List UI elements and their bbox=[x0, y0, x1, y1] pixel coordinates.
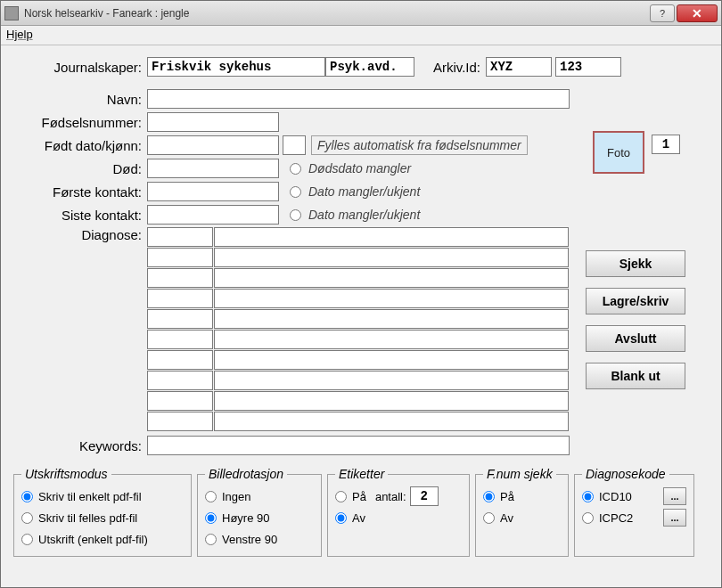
input-arkiv-code[interactable] bbox=[486, 57, 552, 77]
diag-text-9[interactable] bbox=[214, 391, 569, 411]
group-utskrift: Utskriftsmodus Skriv til enkelt pdf-fil … bbox=[13, 467, 192, 557]
input-journalskaper[interactable] bbox=[147, 57, 325, 77]
radio-siste-mangler[interactable] bbox=[290, 209, 301, 221]
window-title: Norsk helsearkiv - Faneark : jengle bbox=[24, 7, 648, 20]
foto-box[interactable]: Foto bbox=[593, 131, 644, 174]
diag-code-6[interactable] bbox=[147, 330, 213, 349]
input-navn[interactable] bbox=[147, 89, 570, 109]
label-fodt: Født dato/kjønn: bbox=[13, 138, 147, 153]
radio-dodsdato-mangler[interactable] bbox=[290, 163, 301, 175]
radio-rot-3[interactable] bbox=[205, 534, 217, 545]
label-journalskaper: Journalskaper: bbox=[13, 60, 147, 75]
help-button[interactable]: ? bbox=[650, 4, 675, 22]
diag-code-7[interactable] bbox=[147, 350, 213, 370]
menubar: Hjelp bbox=[1, 26, 721, 45]
input-kjonn[interactable] bbox=[283, 135, 306, 155]
more-icd10-button[interactable]: ... bbox=[663, 487, 686, 505]
label-siste: Siste kontakt: bbox=[13, 208, 147, 223]
input-dod[interactable] bbox=[147, 159, 279, 178]
blank-button[interactable]: Blank ut bbox=[586, 363, 685, 389]
radio-utskrift-3[interactable] bbox=[21, 534, 33, 545]
radio-rot-1[interactable] bbox=[205, 491, 217, 502]
diag-text-3[interactable] bbox=[214, 268, 569, 288]
lagre-button[interactable]: Lagre/skriv bbox=[586, 288, 685, 314]
label-dodsdato-mangler: Dødsdato mangler bbox=[308, 161, 411, 176]
group-etiketter: Etiketter På antall: Av bbox=[327, 467, 470, 557]
hint-fodt: Fylles automatisk fra fødselsnummer bbox=[311, 135, 528, 155]
legend-fnum: F.num sjekk bbox=[483, 467, 556, 481]
sjekk-button[interactable]: Sjekk bbox=[586, 250, 685, 277]
app-window: Norsk helsearkiv - Faneark : jengle ? ✕ … bbox=[0, 0, 722, 588]
avslutt-button[interactable]: Avslutt bbox=[586, 325, 685, 352]
diag-code-9[interactable] bbox=[147, 391, 213, 411]
diag-text-7[interactable] bbox=[214, 350, 569, 370]
input-siste[interactable] bbox=[147, 205, 279, 225]
group-fnum: F.num sjekk På Av bbox=[475, 467, 569, 557]
radio-utskrift-1[interactable] bbox=[21, 491, 33, 502]
radio-icpc2[interactable] bbox=[582, 512, 594, 524]
diag-text-1[interactable] bbox=[214, 227, 569, 247]
diag-code-4[interactable] bbox=[147, 289, 213, 308]
app-icon bbox=[4, 6, 19, 20]
label-navn: Navn: bbox=[13, 92, 147, 107]
input-keywords[interactable] bbox=[147, 436, 570, 455]
diag-text-10[interactable] bbox=[214, 412, 569, 431]
diag-code-10[interactable] bbox=[147, 412, 213, 431]
input-avdeling[interactable] bbox=[325, 57, 414, 77]
legend-rotasjon: Billedrotasjon bbox=[205, 467, 287, 481]
label-forste: Første kontakt: bbox=[13, 184, 147, 200]
label-fodselsnummer: Fødselsnummer: bbox=[13, 115, 147, 130]
legend-diagkode: Diagnosekode bbox=[582, 467, 669, 481]
diag-text-2[interactable] bbox=[214, 248, 569, 267]
input-fodt-dato[interactable] bbox=[147, 135, 279, 155]
input-fodselsnummer[interactable] bbox=[147, 112, 279, 132]
radio-rot-2[interactable] bbox=[205, 512, 217, 524]
diag-code-3[interactable] bbox=[147, 268, 213, 288]
legend-utskrift: Utskriftsmodus bbox=[21, 467, 111, 481]
diag-code-8[interactable] bbox=[147, 371, 213, 390]
input-foto-count[interactable] bbox=[652, 135, 680, 154]
radio-etikett-off[interactable] bbox=[335, 512, 347, 524]
diag-code-2[interactable] bbox=[147, 248, 213, 267]
radio-icd10[interactable] bbox=[582, 491, 594, 502]
diag-code-1[interactable] bbox=[147, 227, 213, 247]
diag-text-6[interactable] bbox=[214, 330, 569, 349]
label-keywords: Keywords: bbox=[13, 438, 147, 453]
more-icpc2-button[interactable]: ... bbox=[663, 509, 686, 527]
diag-text-8[interactable] bbox=[214, 371, 569, 390]
legend-etiketter: Etiketter bbox=[335, 467, 388, 481]
label-arkivid: Arkiv.Id: bbox=[414, 60, 486, 75]
group-rotasjon: Billedrotasjon Ingen Høyre 90 Venstre 90 bbox=[197, 467, 322, 557]
radio-utskrift-2[interactable] bbox=[21, 512, 33, 524]
close-button[interactable]: ✕ bbox=[677, 4, 718, 22]
menu-help[interactable]: Hjelp bbox=[6, 28, 33, 41]
diagnose-grid bbox=[147, 227, 569, 431]
diag-code-5[interactable] bbox=[147, 309, 213, 329]
radio-forste-mangler[interactable] bbox=[290, 186, 301, 198]
diag-text-5[interactable] bbox=[214, 309, 569, 329]
label-diagnose: Diagnose: bbox=[13, 227, 147, 242]
titlebar: Norsk helsearkiv - Faneark : jengle ? ✕ bbox=[1, 1, 721, 26]
input-forste[interactable] bbox=[147, 182, 279, 201]
label-siste-mangler: Dato mangler/ukjent bbox=[308, 208, 420, 222]
group-diagkode: Diagnosekode ICD10 ... ICPC2 ... bbox=[574, 467, 694, 557]
diag-text-4[interactable] bbox=[214, 289, 569, 308]
radio-etikett-on[interactable] bbox=[335, 491, 347, 502]
input-arkiv-num[interactable] bbox=[555, 57, 621, 77]
radio-fnum-off[interactable] bbox=[483, 512, 495, 524]
radio-fnum-on[interactable] bbox=[483, 491, 495, 502]
label-forste-mangler: Dato mangler/ukjent bbox=[308, 184, 420, 199]
label-dod: Død: bbox=[13, 161, 147, 176]
input-etikett-antall[interactable] bbox=[410, 486, 439, 506]
